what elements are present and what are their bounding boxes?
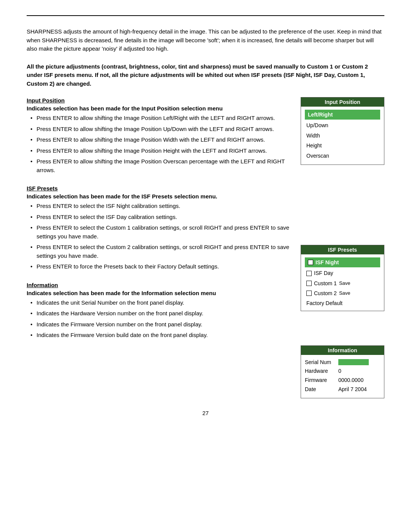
input-position-menu-box: Input Position Left/Right Up/Down Width … xyxy=(301,97,384,165)
information-menu-box: Information Serial Num Hardware 0 Firmwa… xyxy=(301,345,384,398)
input-position-subheading: Indicates selection has been made for th… xyxy=(27,105,293,112)
factory-default-label: Factory Default xyxy=(306,300,342,306)
date-value: April 7 2004 xyxy=(338,385,367,394)
info-row-date: Date April 7 2004 xyxy=(305,385,380,394)
info-bullet-2: Indicates the Hardware Version number on… xyxy=(30,309,293,318)
input-position-menu-title: Input Position xyxy=(301,97,384,107)
top-rule xyxy=(27,15,384,16)
serial-num-bar xyxy=(338,359,369,365)
input-position-block: Input Position Indicates selection has b… xyxy=(27,97,293,174)
isf-presets-block: ISF Presets Indicates selection has been… xyxy=(27,185,293,271)
information-bullets: Indicates the unit Serial Number on the … xyxy=(27,299,293,340)
input-position-left: Input Position Indicates selection has b… xyxy=(27,97,293,398)
bold-note: All the picture adjustments (contrast, b… xyxy=(27,62,384,88)
menu-item-width: Width xyxy=(305,131,380,141)
input-position-area: Input Position Indicates selection has b… xyxy=(27,97,384,398)
custom1-label: Custom 1 xyxy=(314,279,337,288)
menu-item-isf-night: X ISF Night xyxy=(305,257,380,267)
information-heading: Information xyxy=(27,282,293,288)
sharpness-intro: SHARPNESS adjusts the amount of high-fre… xyxy=(27,27,384,53)
isf-night-checkbox: X xyxy=(308,260,313,265)
page-number: 27 xyxy=(27,410,384,416)
input-position-menu-body: Left/Right Up/Down Width Height Overscan xyxy=(301,107,384,165)
input-position-heading: Input Position xyxy=(27,97,293,104)
information-block: Information Indicates selection has been… xyxy=(27,282,293,340)
menu-item-updown: Up/Down xyxy=(305,120,380,130)
isf-presets-heading: ISF Presets xyxy=(27,185,293,192)
info-bullet-4: Indicates the Firmware Version build dat… xyxy=(30,331,293,340)
menu-item-leftright: Left/Right xyxy=(305,110,380,120)
isf-presets-menu-title: ISF Presets xyxy=(301,245,384,254)
input-position-bullet-1: Press ENTER to allow shifting the Image … xyxy=(30,114,293,123)
isf-night-label: ISF Night xyxy=(315,258,339,267)
info-bullet-1: Indicates the unit Serial Number on the … xyxy=(30,299,293,307)
menu-item-height: Height xyxy=(305,141,380,150)
right-column: Input Position Left/Right Up/Down Width … xyxy=(301,97,384,398)
isf-preset-bullet-3: Press ENTER to select the Custom 1 calib… xyxy=(30,224,293,241)
input-position-bullet-4: Press ENTER to allow shifting the Image … xyxy=(30,147,293,155)
info-bullet-3: Indicates the Firmware Version number on… xyxy=(30,320,293,329)
custom2-checkbox xyxy=(306,291,312,296)
information-menu-body: Serial Num Hardware 0 Firmware 0000.0000… xyxy=(301,355,384,398)
factory-default-item: Factory Default xyxy=(305,299,380,307)
input-position-bullet-2: Press ENTER to allow shifting the Image … xyxy=(30,125,293,134)
isf-presets-subheading: Indicates selection has been made for th… xyxy=(27,193,293,200)
information-subheading: Indicates selection has been made for th… xyxy=(27,290,293,296)
menu-item-isf-day: ISF Day xyxy=(305,268,380,278)
isf-presets-bullets: Press ENTER to select the ISF Night cali… xyxy=(27,202,293,271)
firmware-label: Firmware xyxy=(305,376,335,385)
isf-presets-menu-box: ISF Presets X ISF Night ISF Day Custom 1… xyxy=(301,245,384,311)
isf-presets-menu-body: X ISF Night ISF Day Custom 1 Save C xyxy=(301,254,384,311)
isf-preset-bullet-2: Press ENTER to select the ISF Day calibr… xyxy=(30,213,293,222)
custom2-save-label: Save xyxy=(339,289,350,297)
firmware-value: 0000.0000 xyxy=(338,376,363,385)
date-label: Date xyxy=(305,385,335,394)
serial-num-label: Serial Num xyxy=(305,358,335,367)
isf-day-label: ISF Day xyxy=(314,269,333,277)
input-position-bullet-5: Press ENTER to allow shifting the Image … xyxy=(30,157,293,174)
menu-item-custom1: Custom 1 Save xyxy=(305,278,380,288)
sharpness-section: SHARPNESS adjusts the amount of high-fre… xyxy=(27,27,384,53)
page-container: SHARPNESS adjusts the amount of high-fre… xyxy=(0,0,411,532)
custom1-save-label: Save xyxy=(339,280,350,288)
input-position-bullet-3: Press ENTER to allow shifting the Image … xyxy=(30,136,293,144)
information-menu-title: Information xyxy=(301,346,384,355)
info-row-serialnum: Serial Num xyxy=(305,358,380,367)
isf-preset-bullet-4: Press ENTER to select the Custom 2 calib… xyxy=(30,243,293,260)
input-position-bullets: Press ENTER to allow shifting the Image … xyxy=(27,114,293,174)
hardware-value: 0 xyxy=(338,367,341,376)
info-row-hardware: Hardware 0 xyxy=(305,367,380,376)
info-row-firmware: Firmware 0000.0000 xyxy=(305,376,380,385)
custom1-checkbox xyxy=(306,281,312,286)
menu-item-custom2: Custom 2 Save xyxy=(305,288,380,298)
menu-item-overscan: Overscan xyxy=(305,151,380,161)
custom2-label: Custom 2 xyxy=(314,289,337,297)
isf-preset-bullet-1: Press ENTER to select the ISF Night cali… xyxy=(30,202,293,211)
isf-preset-bullet-5: Press ENTER to force the Presets back to… xyxy=(30,262,293,271)
hardware-label: Hardware xyxy=(305,367,335,376)
isf-day-checkbox xyxy=(306,271,312,276)
